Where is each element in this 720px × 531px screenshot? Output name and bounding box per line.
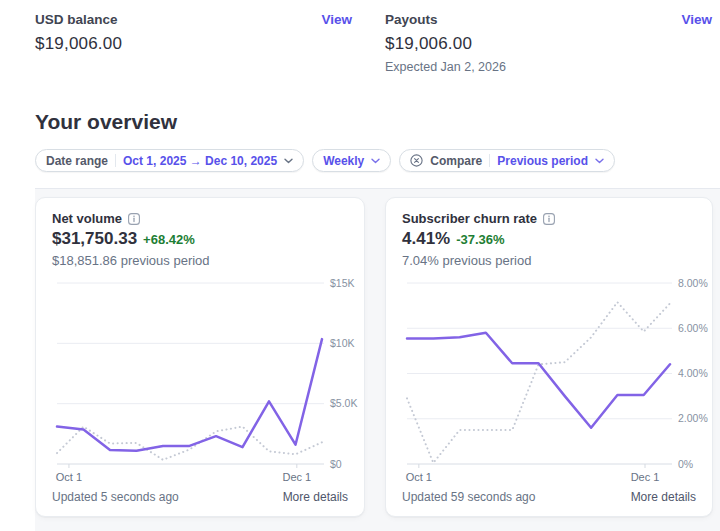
churn-rate-more-details-link[interactable]: More details [631, 490, 696, 504]
pill-divider [115, 154, 116, 167]
churn-rate-card: Subscriber churn rate 4.41% -37.36% 7.04… [385, 197, 713, 517]
net-volume-more-details-link[interactable]: More details [283, 490, 348, 504]
net-volume-value: $31,750.33 [52, 229, 137, 249]
svg-text:$5.0K: $5.0K [330, 397, 357, 409]
svg-text:Dec 1: Dec 1 [631, 471, 660, 483]
interval-filter[interactable]: Weekly [312, 149, 391, 172]
pill-divider [489, 154, 490, 167]
filter-bar: Date range Oct 1, 2025 → Dec 10, 2025 We… [35, 149, 615, 172]
payouts-value: $19,006.00 [385, 34, 712, 54]
svg-text:6.00%: 6.00% [678, 322, 708, 334]
date-range-value: Oct 1, 2025 → Dec 10, 2025 [123, 154, 277, 168]
interval-value: Weekly [323, 154, 364, 168]
svg-text:$15K: $15K [330, 277, 355, 289]
usd-balance-section: USD balance View $19,006.00 [35, 12, 352, 54]
date-range-filter[interactable]: Date range Oct 1, 2025 → Dec 10, 2025 [35, 149, 304, 172]
churn-rate-title: Subscriber churn rate [402, 211, 537, 226]
page-title: Your overview [35, 110, 177, 134]
compare-value: Previous period [497, 154, 588, 168]
compare-label: Compare [430, 154, 482, 168]
chevron-down-icon [371, 158, 380, 164]
net-volume-card: Net volume $31,750.33 +68.42% $18,851.86… [35, 197, 365, 517]
chevron-down-icon [284, 158, 293, 164]
payouts-view-link[interactable]: View [681, 12, 712, 27]
churn-rate-value: 4.41% [402, 229, 450, 249]
circle-x-icon[interactable] [410, 154, 423, 167]
svg-text:4.00%: 4.00% [678, 367, 708, 379]
date-range-label: Date range [46, 154, 108, 168]
payouts-expected-note: Expected Jan 2, 2026 [385, 60, 712, 74]
info-icon[interactable] [543, 213, 555, 225]
net-volume-delta: +68.42% [143, 232, 195, 247]
svg-text:$0: $0 [330, 458, 342, 470]
svg-text:8.00%: 8.00% [678, 277, 708, 289]
svg-text:Oct 1: Oct 1 [406, 471, 432, 483]
overview-panel: Net volume $31,750.33 +68.42% $18,851.86… [35, 189, 720, 531]
usd-balance-value: $19,006.00 [35, 34, 352, 54]
usd-balance-view-link[interactable]: View [321, 12, 352, 27]
svg-text:0%: 0% [678, 458, 693, 470]
payouts-label: Payouts [385, 12, 438, 27]
compare-filter[interactable]: Compare Previous period [399, 149, 615, 172]
usd-balance-label: USD balance [35, 12, 118, 27]
info-icon[interactable] [128, 213, 140, 225]
svg-text:$10K: $10K [330, 337, 355, 349]
net-volume-updated: Updated 5 seconds ago [52, 490, 179, 504]
payouts-section: Payouts View $19,006.00 Expected Jan 2, … [385, 12, 712, 74]
churn-rate-previous: 7.04% previous period [402, 253, 531, 268]
churn-rate-chart[interactable]: 0%2.00%4.00%6.00%8.00%Oct 1Dec 1 [386, 273, 714, 488]
chevron-down-icon [595, 158, 604, 164]
net-volume-previous: $18,851.86 previous period [52, 253, 210, 268]
svg-text:Dec 1: Dec 1 [282, 471, 311, 483]
svg-text:Oct 1: Oct 1 [56, 471, 82, 483]
net-volume-title: Net volume [52, 211, 122, 226]
churn-rate-updated: Updated 59 seconds ago [402, 490, 535, 504]
churn-rate-delta: -37.36% [456, 232, 504, 247]
svg-text:2.00%: 2.00% [678, 412, 708, 424]
net-volume-chart[interactable]: $0$5.0K$10K$15KOct 1Dec 1 [36, 273, 366, 488]
